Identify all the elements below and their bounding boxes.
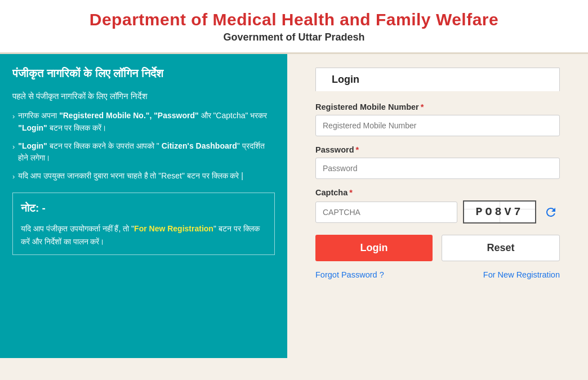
forgot-password-link[interactable]: Forgot Password ? <box>315 270 384 279</box>
captcha-image: PO8V7 <box>463 200 536 223</box>
password-label: Password* <box>315 145 560 154</box>
note-content: यदि आप पंजीकृत उपयोगकर्ता नहीं हैं, तो "… <box>21 222 266 248</box>
note-title: नोट: - <box>21 200 266 217</box>
instruction-text-2: "Login" बटन पर क्लिक करने के उपरांत आपको… <box>18 140 275 164</box>
instruction-item-1: › नागरिक अपना "Registered Mobile No.", "… <box>12 110 275 134</box>
mobile-label: Registered Mobile Number* <box>315 102 560 111</box>
button-row: Login Reset <box>315 235 560 261</box>
form-container: Registered Mobile Number* Password* Capt… <box>315 91 560 279</box>
instruction-text-1: नागरिक अपना "Registered Mobile No.", "Pa… <box>18 110 275 134</box>
password-input[interactable] <box>315 158 560 179</box>
captcha-refresh-button[interactable] <box>542 203 560 221</box>
captcha-row: PO8V7 <box>315 200 560 223</box>
right-panel: Login Registered Mobile Number* Password… <box>287 54 588 358</box>
links-row: Forgot Password ? For New Registration <box>315 270 560 279</box>
reset-button[interactable]: Reset <box>442 235 560 261</box>
instruction-item-2: › "Login" बटन पर क्लिक करने के उपरांत आप… <box>12 140 275 164</box>
login-tab[interactable]: Login <box>315 68 560 91</box>
login-button[interactable]: Login <box>315 235 433 261</box>
chevron-icon-3: › <box>12 171 15 182</box>
captcha-form-group: Captcha* PO8V7 <box>315 188 560 223</box>
captcha-input[interactable] <box>315 202 457 223</box>
instruction-text-3: यदि आप उपयुक्त जानकारी दुबारा भरना चाहते… <box>18 170 243 182</box>
mobile-input[interactable] <box>315 115 560 136</box>
note-box: नोट: - यदि आप पंजीकृत उपयोगकर्ता नहीं है… <box>12 193 275 255</box>
page-subtitle: Government of Uttar Pradesh <box>11 32 577 43</box>
mobile-form-group: Registered Mobile Number* <box>315 102 560 136</box>
left-panel: पंजीकृत नागरिकों के लिए लॉगिन निर्देश पह… <box>0 54 287 358</box>
page-title: Department of Medical Health and Family … <box>11 10 577 29</box>
left-panel-heading: पंजीकृत नागरिकों के लिए लॉगिन निर्देश <box>12 65 275 81</box>
main-content: पंजीकृत नागरिकों के लिए लॉगिन निर्देश पह… <box>0 54 588 358</box>
instruction-item-3: › यदि आप उपयुक्त जानकारी दुबारा भरना चाह… <box>12 170 275 182</box>
note-highlight: For New Registration <box>134 224 213 233</box>
captcha-label: Captcha* <box>315 188 560 197</box>
new-registration-link[interactable]: For New Registration <box>483 270 560 279</box>
chevron-icon-1: › <box>12 111 15 122</box>
chevron-icon-2: › <box>12 141 15 153</box>
header: Department of Medical Health and Family … <box>0 0 588 54</box>
captcha-text: PO8V7 <box>475 205 523 218</box>
instruction-intro: पहले से पंजीकृत नागरिकों के लिए लॉगिन नि… <box>12 90 275 103</box>
password-form-group: Password* <box>315 145 560 179</box>
